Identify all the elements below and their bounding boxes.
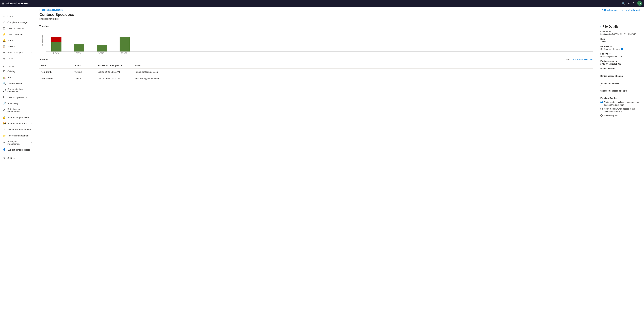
row2-last: Jul 17, 2023 12:12 PM bbox=[97, 77, 134, 81]
avatar[interactable]: LS bbox=[637, 1, 642, 6]
row1-last: Jul 26, 2023 11:10 AM bbox=[97, 70, 134, 74]
download-report-button[interactable]: ↓ Download report bbox=[622, 9, 640, 11]
table-header: Name Status Access last attempted on Ema… bbox=[40, 63, 593, 69]
sidebar-item-alerts[interactable]: 🔔 Alerts bbox=[1, 37, 34, 43]
sidebar-item-audit[interactable]: 📊 Audit bbox=[1, 74, 34, 80]
chevron-down-icon: ∨ bbox=[31, 142, 32, 144]
search-icon[interactable]: 🔍 bbox=[622, 2, 625, 5]
table-row[interactable]: Alex Wilber Denied Jul 17, 2023 12:12 PM… bbox=[40, 75, 593, 82]
radio-label-no-notify: Don't notify me bbox=[604, 114, 618, 117]
content-id-group: Content ID bce6fc04-faa7-4653-b922-591f2… bbox=[600, 30, 641, 35]
panel-toggle-icon: › bbox=[600, 25, 601, 28]
successful-viewers-label: Successful viewers bbox=[600, 82, 641, 85]
permissions-label: Permissions bbox=[600, 45, 641, 48]
waffle-icon[interactable]: ⊞ bbox=[2, 2, 4, 5]
main-content: › Tracking and revocation Contoso Spec.d… bbox=[35, 7, 644, 335]
sidebar-item-information-barriers[interactable]: 🚧 Information barriers ∨ bbox=[1, 121, 34, 126]
viewers-title: Viewers bbox=[40, 58, 48, 61]
sidebar-item-data-connectors[interactable]: ⚡ Data connectors bbox=[1, 31, 34, 37]
sidebar-item-home[interactable]: ⌂ Home bbox=[1, 13, 34, 19]
row2-email: alexwilber@contoso.com bbox=[134, 77, 593, 81]
sidebar-item-settings[interactable]: ⚙ Settings bbox=[1, 155, 34, 161]
sidebar-item-label: eDiscovery bbox=[8, 102, 18, 105]
sidebar-item-information-protection[interactable]: 🔒 Information protection ∨ bbox=[1, 115, 34, 120]
email-notifications-group: Email notifications Notify me by email w… bbox=[600, 97, 641, 117]
first-accessed-value: 2023-07-14T15:21:00Z bbox=[600, 63, 641, 65]
chart-bar-4 bbox=[120, 37, 129, 51]
sidebar-item-data-classification[interactable]: ◫ Data classification ∨ bbox=[1, 25, 34, 31]
timeline-chart: Access attempts bbox=[40, 30, 593, 55]
panel-toggle[interactable]: › File Details bbox=[600, 25, 641, 28]
bar-green-2 bbox=[74, 44, 84, 51]
row2-status: Denied bbox=[73, 77, 97, 81]
sidebar-item-data-loss-prevention[interactable]: 🛡 Data loss prevention ∨ bbox=[1, 95, 34, 100]
topbar: ⊞ Microsoft Purview 🔍 ⚙ ? LS bbox=[0, 0, 644, 7]
privacy-icon: 👁 bbox=[3, 141, 6, 144]
chevron-down-icon: ∨ bbox=[31, 52, 32, 53]
sidebar-item-label: Communication compliance bbox=[8, 88, 32, 93]
successful-access-value: 17 bbox=[600, 92, 641, 95]
breadcrumb[interactable]: › Tracking and revocation bbox=[40, 9, 74, 11]
state-label: State bbox=[600, 38, 641, 40]
chevron-down-icon: ∨ bbox=[31, 123, 32, 124]
col-status: Status bbox=[73, 64, 97, 67]
sidebar-item-label: Information barriers bbox=[8, 122, 26, 125]
radio-notify-denied[interactable]: Notify me only when access to the docume… bbox=[600, 107, 641, 113]
sidebar-item-data-lifecycle[interactable]: ♻ Data lifecycle management ∨ bbox=[1, 106, 34, 114]
sidebar: ☰ ⌂ Home ✓ Compliance Manager ◫ Data cla… bbox=[0, 7, 35, 335]
download-label: Download report bbox=[624, 9, 640, 11]
info-icon[interactable]: i bbox=[621, 48, 623, 50]
sidebar-item-records-management[interactable]: 📁 Records management bbox=[1, 133, 34, 138]
col-name: Name bbox=[40, 64, 73, 67]
download-icon: ↓ bbox=[622, 9, 623, 11]
radio-circle-no-notify bbox=[600, 114, 603, 117]
title-area: › Tracking and revocation Contoso Spec.d… bbox=[40, 9, 74, 20]
sidebar-item-label: Data loss prevention bbox=[8, 96, 28, 99]
sidebar-item-content-search[interactable]: 🔍 Content search bbox=[1, 80, 34, 86]
sidebar-item-roles-scopes[interactable]: ⊕ Roles & scopes ∨ bbox=[1, 50, 34, 55]
sidebar-item-label: Compliance Manager bbox=[8, 21, 28, 23]
row1-email: kensmith@contoso.com bbox=[134, 70, 593, 74]
denied-viewers-value: 1 bbox=[600, 70, 641, 72]
sidebar-item-privacy-risk[interactable]: 👁 Privacy risk management ∨ bbox=[1, 139, 34, 147]
col-last-attempted: Access last attempted on bbox=[97, 64, 134, 67]
sidebar-item-ediscovery[interactable]: 🔎 eDiscovery ∨ bbox=[1, 100, 34, 106]
viewers-table: Name Status Access last attempted on Ema… bbox=[40, 63, 593, 82]
first-accessed-label: First accessed on bbox=[600, 60, 641, 62]
settings-icon[interactable]: ⚙ bbox=[628, 2, 630, 5]
sidebar-item-policies[interactable]: 📋 Policies bbox=[1, 43, 34, 49]
chevron-down-icon: ∨ bbox=[31, 27, 32, 29]
bar-red-1 bbox=[51, 37, 62, 42]
sidebar-item-label: Audit bbox=[8, 76, 13, 79]
sidebar-item-label: Home bbox=[8, 15, 13, 17]
content-id-value: bce6fc04-faa7-4653-b922-591f2967940d bbox=[600, 33, 641, 35]
customize-columns-button[interactable]: ⊞ Customize columns bbox=[572, 58, 593, 61]
subject-icon: 👤 bbox=[3, 148, 6, 151]
sidebar-item-trials[interactable]: ◈ Trials bbox=[1, 56, 34, 61]
revoke-access-button[interactable]: ⊘ Revoke access bbox=[602, 9, 619, 11]
comm-icon: 💬 bbox=[3, 89, 6, 92]
radio-no-notify[interactable]: Don't notify me bbox=[600, 114, 641, 117]
sidebar-item-communication-compliance[interactable]: 💬 Communication compliance bbox=[1, 86, 34, 94]
sidebar-item-compliance-manager[interactable]: ✓ Compliance Manager bbox=[1, 19, 34, 25]
denied-access-group: Denied access attempts 1 bbox=[600, 75, 641, 80]
table-row[interactable]: Ken Smith Viewed Jul 26, 2023 11:10 AM k… bbox=[40, 69, 593, 75]
radio-circle-notify-all bbox=[600, 101, 603, 103]
bar-green-1 bbox=[51, 42, 62, 51]
row1-status: Viewed bbox=[73, 70, 97, 74]
help-icon[interactable]: ? bbox=[633, 2, 634, 5]
sidebar-item-label: Alerts bbox=[8, 39, 13, 42]
sidebar-item-catalog[interactable]: ⊞ Catalog bbox=[1, 68, 34, 74]
sidebar-item-label: Data lifecycle management bbox=[8, 108, 30, 113]
lifecycle-icon: ♻ bbox=[3, 109, 6, 112]
col-email: Email bbox=[134, 64, 593, 67]
hamburger-button[interactable]: ☰ bbox=[0, 7, 35, 13]
y-axis-label: Access attempts bbox=[42, 35, 44, 46]
successful-viewers-group: Successful viewers 1 bbox=[600, 82, 641, 87]
content-header: › Tracking and revocation Contoso Spec.d… bbox=[35, 7, 644, 22]
radio-notify-all[interactable]: Notify me by email when someone tries to… bbox=[600, 101, 641, 106]
sidebar-item-insider-risk[interactable]: ⚠ Insider risk management bbox=[1, 127, 34, 132]
denied-access-value: 1 bbox=[600, 77, 641, 80]
barriers-icon: 🚧 bbox=[3, 122, 6, 125]
sidebar-item-subject-rights[interactable]: 👤 Subject rights requests bbox=[1, 147, 34, 153]
